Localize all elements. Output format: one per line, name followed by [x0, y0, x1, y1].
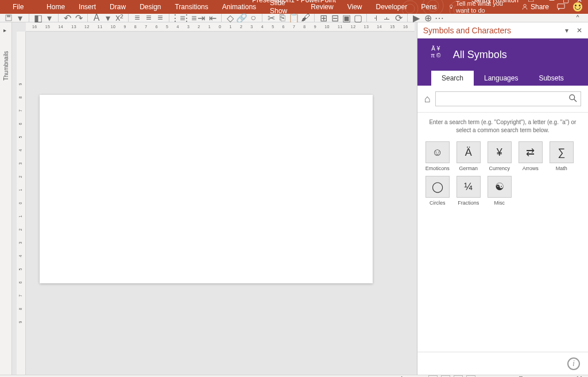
search-icon[interactable]	[569, 94, 577, 104]
cut-icon[interactable]: ✂	[267, 14, 275, 22]
minimize-button[interactable]: ─	[548, 0, 556, 4]
save-icon[interactable]	[5, 14, 13, 22]
maximize-button[interactable]: ▢	[562, 0, 570, 4]
svg-rect-9	[558, 4, 564, 9]
tab-subsets[interactable]: Subsets	[528, 71, 574, 86]
indent-icon[interactable]: ⇥	[197, 14, 205, 22]
outdent-icon[interactable]: ⇤	[208, 14, 216, 22]
category-label: Arrows	[523, 166, 539, 171]
svg-rect-7	[450, 7, 451, 9]
tell-me-search[interactable]: Tell me what you want to do	[444, 0, 521, 16]
more-icon[interactable]: ⋯	[435, 14, 443, 22]
symbol-search-input[interactable]	[439, 95, 569, 103]
feedback-smiley-icon[interactable]	[573, 2, 582, 11]
category-misc[interactable]: ☯	[488, 176, 512, 198]
tab-insert[interactable]: Insert	[72, 1, 103, 13]
thumbnail-pane-collapsed[interactable]: ▸ Thumbnails	[0, 22, 12, 375]
ungroup-icon[interactable]: ⊟	[331, 14, 339, 22]
align-right-icon[interactable]: ≡	[156, 14, 164, 22]
group-icon[interactable]: ⊞	[319, 14, 327, 22]
tab-design[interactable]: Design	[133, 1, 168, 13]
category-label: Circles	[430, 200, 446, 206]
touch-mode-icon[interactable]: ◧	[34, 14, 42, 22]
bullets-icon[interactable]: ⋮≡	[174, 14, 182, 22]
category-label: Misc	[494, 200, 505, 206]
macro-icon[interactable]: ▶	[412, 14, 420, 22]
taskpane-title: Symbols and Characters	[423, 26, 511, 35]
undo-icon[interactable]: ↶	[63, 14, 71, 22]
category-arrows[interactable]: ⇄	[519, 141, 543, 163]
file-tab[interactable]: File	[6, 1, 30, 13]
category-circles[interactable]: ◯	[425, 176, 450, 198]
numbering-icon[interactable]: ⋮≡	[185, 14, 194, 22]
taskpane-close-icon[interactable]: ✕	[577, 26, 582, 34]
slide-canvas[interactable]	[40, 95, 373, 283]
align-center-icon[interactable]: ≡	[145, 14, 153, 22]
svg-point-3	[427, 0, 439, 11]
link-icon[interactable]: 🔗	[238, 14, 246, 22]
qat-dropdown-icon[interactable]: ▾	[16, 14, 24, 22]
category-emoticons[interactable]: ☺	[425, 141, 450, 163]
share-icon	[521, 3, 528, 10]
main-area: ▸ Thumbnails 161514131211109876543210123…	[0, 22, 588, 375]
home-icon[interactable]: ⌂	[424, 93, 431, 105]
svg-point-12	[570, 94, 575, 99]
format-painter-icon[interactable]: 🖌	[301, 14, 310, 22]
svg-point-6	[450, 5, 452, 7]
category-math[interactable]: ∑	[550, 141, 574, 163]
comments-icon[interactable]	[557, 3, 565, 11]
symbols-task-pane: Symbols and Characters ▾ ✕ Ä ¥π © All Sy…	[417, 22, 588, 375]
addin-icon[interactable]: ⊕	[424, 14, 432, 22]
redo-icon[interactable]: ↷	[75, 14, 83, 22]
align-objects-icon[interactable]: ⫞	[372, 14, 380, 22]
svg-rect-11	[7, 15, 10, 17]
category-label: Fractions	[458, 200, 479, 206]
taskpane-menu-icon[interactable]: ▾	[565, 26, 568, 34]
status-bar: Slide 1 of 1 ▫ ≙ Notes − + 65% ⛶	[0, 375, 588, 377]
category-label: German	[459, 166, 478, 171]
bring-forward-icon[interactable]: ▣	[342, 14, 350, 22]
category-german[interactable]: Ä	[457, 141, 481, 163]
rotate-icon[interactable]: ⟳	[394, 14, 403, 22]
svg-line-13	[574, 99, 577, 101]
symbols-hero-icon: Ä ¥π ©	[427, 45, 445, 64]
window-title: Presentation1 - PowerPoint	[252, 0, 336, 4]
tab-draw[interactable]: Draw	[103, 1, 133, 13]
category-label: Emoticons	[425, 166, 450, 171]
tab-transitions[interactable]: Transitions	[168, 1, 215, 13]
taskpane-hero-title: All Symbols	[453, 49, 507, 61]
lightbulb-icon	[448, 3, 454, 10]
superscript-icon[interactable]: x²	[115, 14, 123, 22]
symbol-search-box[interactable]	[435, 91, 581, 106]
category-fractions[interactable]: ¼	[457, 176, 481, 198]
category-label: Currency	[489, 166, 510, 171]
horizontal-ruler: 1615141312111098765432101234567891011121…	[26, 22, 415, 32]
category-grid: ☺EmoticonsÄGerman¥Currency⇄Arrows∑Math◯C…	[417, 138, 588, 209]
tab-search[interactable]: Search	[431, 71, 474, 86]
category-currency[interactable]: ¥	[488, 141, 512, 163]
expand-thumbnails-icon[interactable]: ▸	[3, 27, 6, 33]
circle-icon[interactable]: ○	[249, 14, 257, 22]
font-dropdown-icon[interactable]: ▾	[104, 14, 112, 22]
send-backward-icon[interactable]: ▢	[354, 14, 362, 22]
thumbnails-label: Thumbnails	[2, 51, 9, 81]
display-settings-icon[interactable]: ▭	[528, 0, 534, 4]
qat-icon[interactable]: ▾	[45, 14, 53, 22]
tab-view[interactable]: View	[341, 1, 369, 13]
svg-point-8	[524, 5, 527, 7]
shapes-icon[interactable]: ◇	[226, 14, 234, 22]
share-button[interactable]: Share	[521, 3, 549, 11]
vertical-ruler: 9876543210123456789	[17, 32, 26, 375]
tab-home[interactable]: Home	[40, 1, 72, 13]
collapse-ribbon-icon[interactable]: ˄	[575, 14, 583, 22]
tab-languages[interactable]: Languages	[474, 71, 528, 86]
paste-icon[interactable]: 📋	[290, 14, 298, 22]
copy-icon[interactable]: ⎘	[278, 14, 287, 22]
distribute-icon[interactable]: ⫠	[383, 14, 391, 22]
font-icon[interactable]: A	[92, 14, 100, 22]
info-icon[interactable]: i	[567, 357, 580, 370]
align-left-icon[interactable]: ≡	[133, 14, 141, 22]
category-label: Math	[556, 166, 567, 171]
slide-workspace: 1615141312111098765432101234567891011121…	[12, 22, 417, 375]
search-hint: Enter a search term (e.g. "Copyright"), …	[417, 113, 588, 138]
